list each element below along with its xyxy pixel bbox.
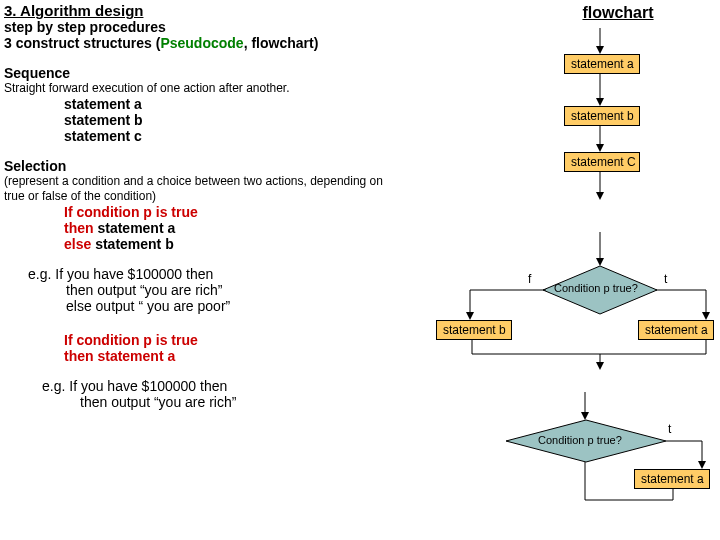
sel-l2a: then	[64, 220, 97, 236]
svg-marker-13	[466, 312, 474, 320]
flow-box-a: statement a	[564, 54, 640, 74]
sub2c: , flowchart)	[244, 35, 319, 51]
diamond1-text: Condition p true?	[554, 282, 638, 294]
flowchart-title: flowchart	[520, 4, 716, 22]
arrow-d2in	[583, 392, 587, 420]
sel2-l2: then statement a	[64, 348, 394, 364]
selection-desc: (represent a condition and a choice betw…	[4, 174, 394, 204]
flow-box-c: statement C	[564, 152, 640, 172]
pseudocode-word: Pseudocode	[160, 35, 243, 51]
arrow-2	[598, 74, 602, 106]
seq-s2: statement b	[64, 112, 394, 128]
eg2-l2: then output “you are rich”	[80, 394, 394, 410]
svg-marker-3	[596, 98, 604, 106]
svg-marker-7	[596, 192, 604, 200]
svg-marker-21	[596, 362, 604, 370]
diamond2-text: Condition p true?	[538, 434, 622, 446]
sel-l3b: statement b	[95, 236, 174, 252]
arrow-d1in	[598, 232, 602, 266]
subtitle-2: 3 construct structures (Pseudocode, flow…	[4, 35, 394, 51]
svg-marker-16	[702, 312, 710, 320]
label-t: t	[664, 272, 667, 286]
sel2-l1: If condition p is true	[64, 332, 394, 348]
arrow-3	[598, 126, 602, 152]
seq-s1: statement a	[64, 96, 394, 112]
sel-l1: If condition p is true	[64, 204, 394, 220]
svg-marker-9	[596, 258, 604, 266]
eg1-l1: e.g. If you have $100000 then	[28, 266, 394, 282]
arrow-4o	[598, 172, 602, 200]
arrow-d1-merge	[470, 340, 720, 370]
eg1-l3: else output “ you are poor”	[66, 298, 394, 314]
sequence-desc: Straight forward execution of one action…	[4, 81, 394, 96]
label-t2: t	[668, 422, 671, 436]
flow-box-b: statement b	[564, 106, 640, 126]
eg2-l1: e.g. If you have $100000 then	[42, 378, 394, 394]
sel-box-a: statement a	[638, 320, 714, 340]
arrow-d1-left	[460, 290, 546, 320]
selection-head: Selection	[4, 158, 394, 174]
sel-l2b: statement a	[97, 220, 175, 236]
subtitle-1: step by step procedures	[4, 19, 394, 35]
arrow-1	[598, 28, 602, 54]
svg-marker-5	[596, 144, 604, 152]
label-f: f	[528, 272, 531, 286]
sel-l3a: else	[64, 236, 95, 252]
arrow-d1-right	[656, 290, 716, 320]
sequence-head: Sequence	[4, 65, 394, 81]
svg-marker-1	[596, 46, 604, 54]
eg1-l2: then output “you are rich”	[66, 282, 394, 298]
sel-box-b: statement b	[436, 320, 512, 340]
svg-marker-23	[581, 412, 589, 420]
sub2a: 3 construct structures (	[4, 35, 160, 51]
seq-s3: statement c	[64, 128, 394, 144]
main-title: 3. Algorithm design	[4, 2, 394, 19]
arrow-d2-merge	[583, 462, 707, 506]
